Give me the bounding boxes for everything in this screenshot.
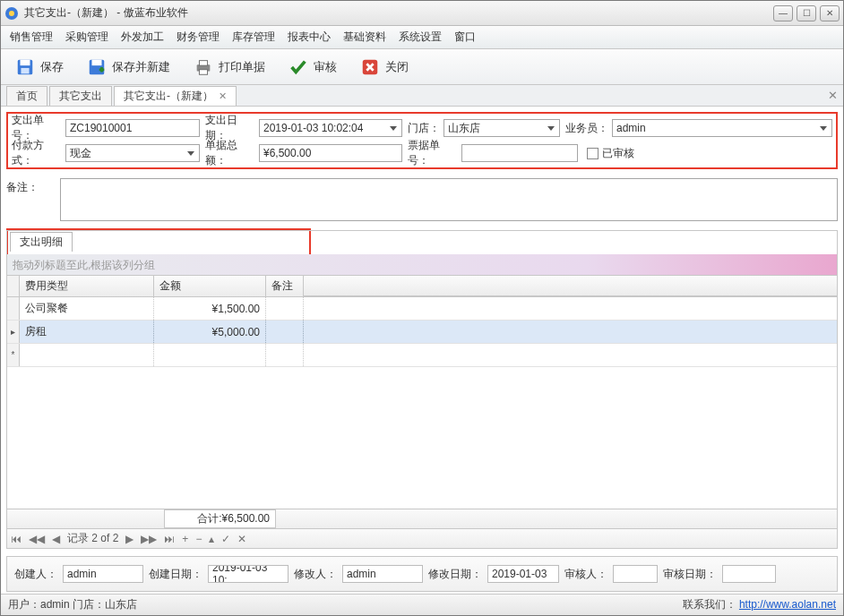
table-row[interactable]: 公司聚餐 ¥1,500.00 [7,297,837,321]
nav-ok-icon[interactable]: ✓ [221,533,230,545]
input-date[interactable]: 2019-01-03 10:02:04 [259,119,402,137]
document-tabs: 首页 其它支出 其它支出-（新建）✕ ✕ [1,85,843,107]
table-row-new[interactable]: * [7,344,837,367]
cell-type[interactable]: 公司聚餐 [20,297,154,320]
form-header-box: 支出单号： ZC19010001 支出日期： 2019-01-03 10:02:… [6,112,838,169]
row-indicator [7,297,20,320]
close-icon [360,57,380,77]
nav-prevpage-icon[interactable]: ◀◀ [29,533,45,545]
close-doc-button[interactable]: 关闭 [355,54,414,81]
label-atime: 审核日期： [663,567,717,582]
label-invoice: 票据单号： [408,138,461,168]
grid-header: 费用类型 金额 备注 [7,276,837,297]
menu-outsource[interactable]: 外发加工 [121,30,164,45]
field-auditor [613,565,658,583]
save-button[interactable]: 保存 [10,54,69,81]
nav-cancel-icon[interactable]: ✕ [237,533,246,545]
label-pay: 付款方式： [12,138,65,168]
input-pay[interactable]: 现金 [65,144,200,162]
menu-basedata[interactable]: 基础资料 [343,30,386,45]
nav-nextpage-icon[interactable]: ▶▶ [141,533,157,545]
grid-summary: 合计:¥6,500.00 [7,509,837,528]
field-modifier: admin [342,565,423,583]
nav-del-icon[interactable]: − [195,533,202,545]
cell-remark[interactable] [266,297,304,320]
nav-edit-icon[interactable]: ▴ [209,533,214,545]
app-logo-icon [4,6,19,21]
cell-type[interactable]: 房租 [20,321,154,343]
cell-remark[interactable] [266,321,304,343]
svg-point-1 [9,11,14,16]
label-store: 门店： [408,121,444,136]
audit-button[interactable]: 审核 [283,54,342,81]
status-bar: 用户：admin 门店：山东店 联系我们： http://www.aolan.n… [1,594,843,615]
toolbar: 保存 保存并新建 打印单据 审核 关闭 [1,49,843,85]
tab-expense-new[interactable]: 其它支出-（新建）✕ [114,86,237,106]
label-modifier: 修改人： [294,567,337,582]
svg-rect-3 [21,59,30,64]
nav-last-icon[interactable]: ⏭ [164,533,175,545]
menu-finance[interactable]: 财务管理 [177,30,220,45]
field-creator: admin [63,565,143,583]
group-hint[interactable]: 拖动列标题至此,根据该列分组 [7,254,837,276]
menu-settings[interactable]: 系统设置 [399,30,442,45]
col-amount[interactable]: 金额 [154,276,266,296]
close-button[interactable]: ✕ [820,5,840,21]
print-icon [194,57,213,77]
row-indicator: ▸ [7,321,20,343]
input-total[interactable]: ¥6,500.00 [259,144,402,162]
input-sales[interactable]: admin [612,119,832,137]
titlebar: 其它支出-（新建） - 傲蓝布业软件 — ☐ ✕ [1,1,843,26]
tab-expense-list[interactable]: 其它支出 [49,86,112,106]
grid-body: 公司聚餐 ¥1,500.00 ▸ 房租 ¥5,000.00 * [7,297,837,367]
nav-add-icon[interactable]: + [182,533,188,545]
menu-sales[interactable]: 销售管理 [10,30,53,45]
input-store[interactable]: 山东店 [444,119,560,137]
svg-rect-6 [92,59,102,64]
tab-close-icon[interactable]: ✕ [219,90,227,102]
nav-prev-icon[interactable]: ◀ [52,533,60,545]
remark-row: 备注： [6,178,838,221]
textarea-remark[interactable] [60,178,838,221]
dropdown-icon[interactable] [545,122,557,134]
dropdown-icon[interactable] [817,122,830,134]
grid-navigator[interactable]: ⏮ ◀◀ ◀ 记录 2 of 2 ▶ ▶▶ ⏭ + − ▴ ✓ ✕ [7,528,837,548]
input-invoice[interactable] [461,144,578,162]
col-type[interactable]: 费用类型 [20,276,154,296]
menu-report[interactable]: 报表中心 [288,30,331,45]
dropdown-icon[interactable] [387,122,400,134]
tab-home[interactable]: 首页 [6,86,47,106]
tabs-close-all-icon[interactable]: ✕ [828,89,838,102]
label-total: 单据总额： [205,138,259,168]
dropdown-icon[interactable] [185,147,197,159]
table-row[interactable]: ▸ 房租 ¥5,000.00 [7,321,837,344]
label-remark: 备注： [6,178,60,221]
menu-purchase[interactable]: 采购管理 [65,30,108,45]
minimize-button[interactable]: — [773,5,793,21]
field-mtime: 2019-01-03 [487,565,559,583]
nav-record-text: 记录 2 of 2 [67,531,118,546]
col-remark[interactable]: 备注 [266,276,304,296]
save-new-button[interactable]: 保存并新建 [82,54,176,81]
maximize-button[interactable]: ☐ [797,5,816,21]
field-atime [722,565,776,583]
cell-amount[interactable]: ¥5,000.00 [154,321,266,343]
cell-amount[interactable]: ¥1,500.00 [154,297,266,320]
nav-first-icon[interactable]: ⏮ [11,533,22,545]
content-area: 支出单号： ZC19010001 支出日期： 2019-01-03 10:02:… [1,107,843,552]
sum-amount: 合计:¥6,500.00 [164,509,276,528]
svg-rect-4 [21,67,29,73]
menu-stock[interactable]: 库存管理 [232,30,275,45]
label-creator: 创建人： [14,567,57,582]
checkbox-audited[interactable]: 已审核 [587,146,634,161]
check-icon [289,57,308,77]
status-link[interactable]: http://www.aolan.net [739,598,836,611]
print-button[interactable]: 打印单据 [188,54,271,81]
menu-bar: 销售管理 采购管理 外发加工 财务管理 库存管理 报表中心 基础资料 系统设置 … [1,26,843,49]
menu-window[interactable]: 窗口 [454,30,476,45]
input-doc-no[interactable]: ZC19010001 [65,119,200,137]
status-user: 用户：admin 门店：山东店 [8,597,137,612]
label-auditor: 审核人： [564,567,607,582]
label-mtime: 修改日期： [428,567,482,582]
nav-next-icon[interactable]: ▶ [125,533,133,545]
